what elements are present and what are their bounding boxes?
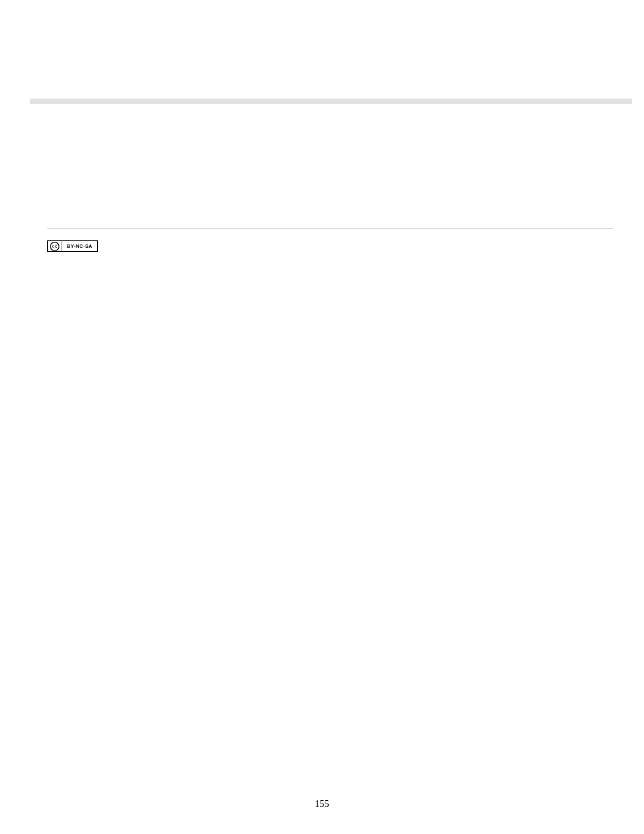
svg-point-0 <box>51 242 59 251</box>
cc-logo-cell <box>48 241 62 251</box>
page-number: 155 <box>0 799 644 810</box>
cc-logo-icon <box>50 242 59 251</box>
cc-label-cell: BY-NC-SA <box>62 241 97 251</box>
cc-license-badge: BY-NC-SA <box>47 240 98 252</box>
cc-license-label: BY-NC-SA <box>67 244 92 249</box>
header-separator-bar <box>30 99 632 104</box>
horizontal-rule <box>47 228 613 229</box>
